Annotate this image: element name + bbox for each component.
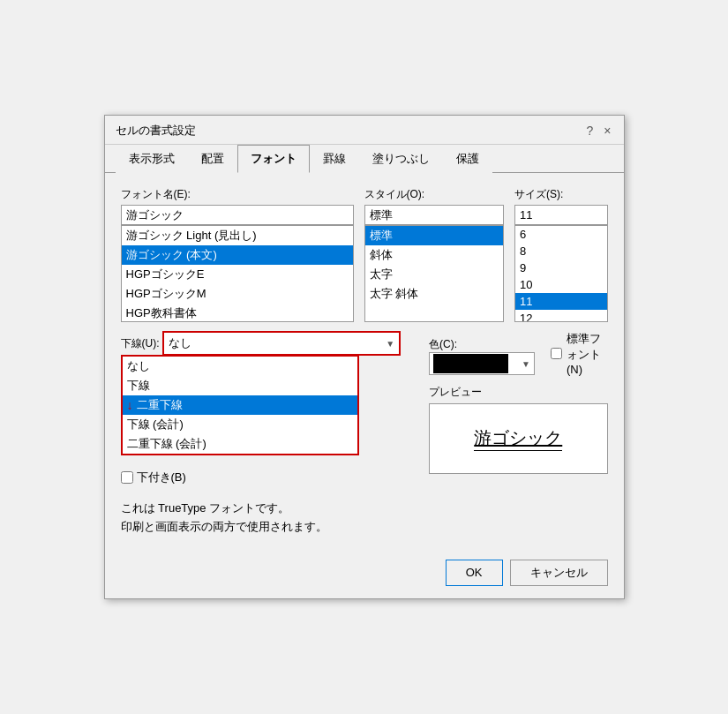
style-input[interactable] — [364, 205, 504, 225]
underline-item-label: なし — [127, 358, 150, 374]
list-item[interactable]: 斜体 — [365, 245, 503, 265]
checkboxes-row: 下付き(B) — [121, 470, 419, 485]
underline-list-item-accounting[interactable]: 下線 (会計) — [123, 415, 357, 434]
list-item[interactable]: 游ゴシック (本文) — [122, 245, 353, 265]
underline-dropdown-wrap: なし ▼ — [162, 331, 401, 356]
underline-dropdown[interactable]: なし ▼ — [162, 331, 401, 356]
list-item[interactable]: 10 — [515, 276, 607, 293]
tab-bar: 表示形式 配置 フォント 罫線 塗りつぶし 保護 — [105, 145, 624, 173]
dialog-content: フォント名(E): 游ゴシック Light (見出し) 游ゴシック (本文) H… — [105, 173, 624, 551]
underline-selected-value: なし — [169, 335, 386, 351]
subscript-checkbox[interactable] — [121, 471, 133, 484]
list-item[interactable]: 11 — [515, 293, 607, 310]
color-arrow-icon: ▼ — [522, 359, 530, 369]
underline-item-label: 下線 (会計) — [127, 417, 184, 432]
preview-text: 游ゴシック — [474, 426, 562, 451]
list-item[interactable]: 游ゴシック Light (見出し) — [122, 226, 353, 245]
preview-label: プレビュー — [429, 386, 482, 398]
underline-list-item-double[interactable]: ↓ 二重下線 — [123, 395, 357, 415]
underline-label: 下線(U): — [121, 337, 160, 349]
preview-box: 游ゴシック — [429, 403, 608, 474]
standard-font-checkbox[interactable] — [551, 348, 562, 359]
underline-item-label: 二重下線 — [137, 397, 183, 413]
color-swatch — [433, 354, 508, 373]
tab-protection[interactable]: 保護 — [443, 145, 492, 173]
dialog: セルの書式設定 ? × 表示形式 配置 フォント 罫線 塗りつぶし 保護 フォン… — [104, 115, 625, 599]
underline-section: 下線(U): なし ▼ なし 下線 — [121, 331, 419, 455]
list-item[interactable]: 6 — [515, 226, 607, 243]
style-section: スタイル(O): 標準 斜体 太字 太字 斜体 — [364, 187, 504, 322]
top-row: フォント名(E): 游ゴシック Light (見出し) 游ゴシック (本文) H… — [121, 187, 608, 322]
color-section: 色(C): ▼ — [429, 337, 535, 376]
underline-list-item-double-accounting[interactable]: 二重下線 (会計) — [123, 434, 357, 454]
color-dropdown[interactable]: ▼ — [429, 352, 535, 375]
style-label: スタイル(O): — [364, 187, 504, 202]
color-row: 色(C): ▼ 標準フォント(N) — [429, 331, 608, 376]
cancel-button[interactable]: キャンセル — [510, 560, 608, 586]
subscript-label: 下付き(B) — [137, 470, 186, 485]
right-panel: 色(C): ▼ 標準フォント(N) プレビュー 游ゴシ — [429, 331, 608, 474]
selection-arrow-icon: ↓ — [127, 398, 133, 412]
list-item[interactable]: 12 — [515, 310, 607, 322]
preview-section: プレビュー 游ゴシック — [429, 385, 608, 474]
tab-font[interactable]: フォント — [237, 145, 310, 173]
list-item[interactable]: HGPゴシックM — [122, 284, 353, 304]
tab-alignment[interactable]: 配置 — [188, 145, 237, 173]
middle-row: 下線(U): なし ▼ なし 下線 — [121, 331, 608, 485]
list-item[interactable]: 太字 斜体 — [365, 284, 503, 304]
bottom-bar: OK キャンセル — [105, 551, 624, 598]
size-list[interactable]: 6 8 9 10 11 12 — [514, 225, 608, 322]
underline-list-item-single[interactable]: 下線 — [123, 376, 357, 395]
tab-fill[interactable]: 塗りつぶし — [359, 145, 443, 173]
title-bar-controls: ? × — [585, 124, 613, 138]
font-name-list[interactable]: 游ゴシック Light (見出し) 游ゴシック (本文) HGPゴシックE HG… — [121, 225, 354, 322]
dropdown-arrow-icon: ▼ — [386, 339, 394, 349]
list-item[interactable]: 8 — [515, 243, 607, 259]
subscript-checkbox-label[interactable]: 下付き(B) — [121, 470, 186, 485]
dialog-title: セルの書式設定 — [116, 123, 196, 139]
standard-font-label: 標準フォント(N) — [567, 331, 608, 376]
tab-display-format[interactable]: 表示形式 — [116, 145, 188, 173]
title-bar: セルの書式設定 ? × — [105, 116, 624, 145]
list-item[interactable]: 太字 — [365, 265, 503, 284]
size-label: サイズ(S): — [514, 187, 608, 202]
underline-item-label: 下線 — [127, 378, 150, 394]
info-line-1: これは TrueType フォントです。 — [121, 500, 608, 518]
tab-border[interactable]: 罫線 — [310, 145, 359, 173]
list-item[interactable]: 標準 — [365, 226, 503, 245]
color-label: 色(C): — [429, 338, 457, 350]
underline-list-item-none[interactable]: なし — [123, 357, 357, 376]
close-button[interactable]: × — [602, 124, 612, 138]
left-panel: 下線(U): なし ▼ なし 下線 — [121, 331, 419, 485]
underline-list[interactable]: なし 下線 ↓ 二重下線 下線 (会計) 二重下線 — [121, 355, 359, 455]
info-text: これは TrueType フォントです。 印刷と画面表示の両方で使用されます。 — [121, 500, 608, 537]
help-button[interactable]: ? — [585, 124, 596, 138]
standard-font-section: 標準フォント(N) — [551, 331, 608, 376]
list-item[interactable]: HGPゴシックE — [122, 265, 353, 284]
ok-button[interactable]: OK — [446, 560, 503, 586]
style-list[interactable]: 標準 斜体 太字 太字 斜体 — [364, 225, 504, 322]
size-input[interactable] — [514, 205, 608, 225]
underline-item-label: 二重下線 (会計) — [127, 436, 206, 452]
font-name-section: フォント名(E): 游ゴシック Light (見出し) 游ゴシック (本文) H… — [121, 187, 354, 322]
font-name-input[interactable] — [121, 205, 354, 225]
list-item[interactable]: HGP教科書体 — [122, 304, 353, 322]
info-line-2: 印刷と画面表示の両方で使用されます。 — [121, 518, 608, 537]
list-item[interactable]: 9 — [515, 259, 607, 276]
size-section: サイズ(S): 6 8 9 10 11 12 — [514, 187, 608, 322]
font-name-label: フォント名(E): — [121, 187, 354, 202]
